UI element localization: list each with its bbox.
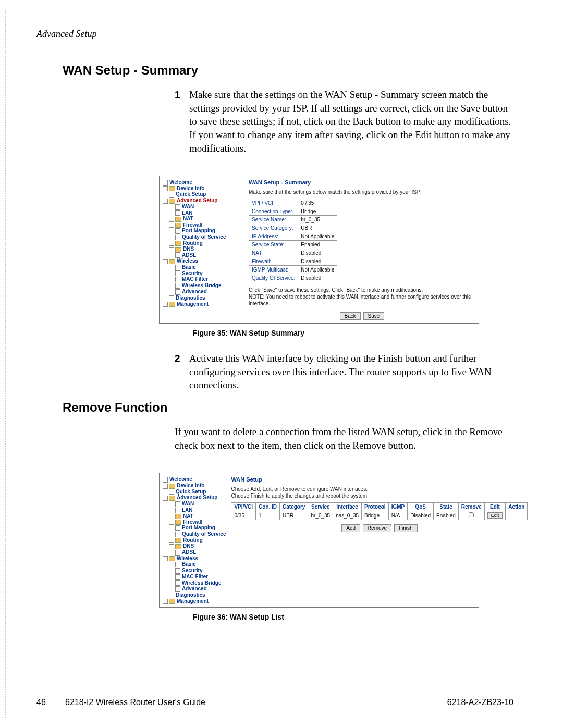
heading-wan-summary: WAN Setup - Summary (63, 63, 513, 78)
figure-35-screenshot: Welcome Device Info Quick Setup Advanced… (159, 176, 479, 324)
nav-quick-setup-2[interactable]: Quick Setup (176, 489, 206, 495)
nav-device-info[interactable]: Device Info (177, 186, 204, 191)
nav-nat[interactable]: NAT (183, 216, 193, 221)
step-2: 2Activate this WAN interface by clicking… (175, 352, 513, 392)
nav-advanced-setup-2[interactable]: Advanced Setup (177, 495, 217, 500)
folder-icon (169, 186, 175, 191)
nav-management[interactable]: Management (177, 301, 209, 307)
nav-wireless[interactable]: Wireless (177, 258, 198, 264)
nav-port-mapping[interactable]: Port Mapping (182, 228, 215, 233)
step-1: 1Make sure that the settings on the WAN … (175, 88, 513, 155)
nav-wireless-bridge-2[interactable]: Wireless Bridge (182, 580, 222, 586)
nav-welcome[interactable]: Welcome (169, 179, 192, 185)
figure-35-caption: Figure 35: WAN Setup Summary (193, 329, 513, 337)
nav-device-info-2[interactable]: Device Info (177, 483, 204, 488)
nav-quick-setup[interactable]: Quick Setup (176, 191, 206, 197)
footer-code: 6218-A2-ZB23-10 (447, 698, 513, 707)
nav-qos-2[interactable]: Quality of Service (182, 531, 226, 537)
heading-remove-function: Remove Function (63, 400, 513, 415)
nav-routing-2[interactable]: Routing (183, 537, 203, 543)
save-button[interactable]: Save (363, 312, 385, 320)
breadcrumb: Advanced Setup (36, 29, 513, 40)
panel-title: WAN Setup - Summary (249, 179, 475, 186)
nav-wireless-2[interactable]: Wireless (177, 556, 198, 561)
edit-button[interactable]: Edit (487, 512, 503, 519)
nav-port-mapping-2[interactable]: Port Mapping (182, 525, 215, 530)
nav-dns-2[interactable]: DNS (183, 543, 194, 549)
figure-36-screenshot: Welcome Device Info Quick Setup Advanced… (159, 473, 479, 608)
nav-wan[interactable]: WAN (182, 204, 194, 209)
back-button[interactable]: Back (340, 312, 361, 320)
nav-mac-filter[interactable]: MAC Filter (182, 276, 208, 282)
nav-tree-2: Welcome Device Info Quick Setup Advanced… (163, 476, 226, 604)
nav-routing[interactable]: Routing (183, 240, 203, 246)
nav-management-2[interactable]: Management (177, 598, 209, 604)
remove-checkbox[interactable] (469, 512, 474, 517)
nav-firewall[interactable]: Firewall (183, 222, 202, 228)
panel-subtitle: Make sure that the settings below match … (249, 189, 475, 195)
nav-lan-2[interactable]: LAN (182, 507, 193, 513)
nav-advanced-setup[interactable]: Advanced Setup (177, 198, 217, 203)
nav-basic[interactable]: Basic (182, 264, 196, 270)
panel-title-36: WAN Setup (231, 476, 528, 483)
nav-wireless-bridge[interactable]: Wireless Bridge (182, 282, 222, 288)
nav-diagnostics-2[interactable]: Diagnostics (176, 592, 205, 598)
add-button[interactable]: Add (341, 524, 360, 532)
nav-tree: Welcome Device Info Quick Setup Advanced… (163, 179, 243, 320)
wan-table: VPI/VCI Con. ID Category Service Interfa… (231, 502, 528, 520)
nav-security[interactable]: Security (182, 270, 202, 276)
nav-advanced[interactable]: Advanced (182, 289, 207, 294)
nav-lan[interactable]: LAN (182, 210, 193, 216)
expand-icon (163, 186, 168, 191)
nav-welcome-2[interactable]: Welcome (169, 476, 192, 482)
nav-nat-2[interactable]: NAT (183, 513, 193, 519)
summary-table: VPI / VCI:0 / 35 Connection Type:Bridge … (249, 199, 337, 282)
remove-button[interactable]: Remove (363, 524, 391, 532)
nav-advanced-2[interactable]: Advanced (182, 586, 207, 591)
nav-diagnostics[interactable]: Diagnostics (176, 295, 205, 301)
nav-basic-2[interactable]: Basic (182, 561, 196, 567)
finish-button[interactable]: Finish (394, 524, 418, 532)
table-row: 0/35 1 UBR br_0_35 nas_0_35 Bridge N/A D… (231, 511, 528, 520)
footer-title: 6218-I2 Wireless Router User's Guide (65, 698, 447, 707)
nav-dns[interactable]: DNS (183, 246, 194, 252)
figure-36-caption: Figure 36: WAN Setup List (193, 613, 513, 621)
nav-adsl[interactable]: ADSL (182, 252, 196, 258)
panel-note: Click "Save" to save these settings. Cli… (249, 287, 475, 307)
page-footer: 46 6218-I2 Wireless Router User's Guide … (0, 698, 563, 707)
nav-adsl-2[interactable]: ADSL (182, 549, 196, 555)
nav-mac-filter-2[interactable]: MAC Filter (182, 574, 208, 579)
nav-security-2[interactable]: Security (182, 567, 202, 573)
page-number: 46 (36, 698, 65, 707)
remove-description: If you want to delete a connection from … (175, 425, 513, 452)
nav-qos[interactable]: Quality of Service (182, 234, 226, 240)
panel-sub-36: Choose Add, Edit, or Remove to configure… (231, 486, 528, 499)
nav-wan-2[interactable]: WAN (182, 501, 194, 507)
nav-firewall-2[interactable]: Firewall (183, 519, 202, 525)
